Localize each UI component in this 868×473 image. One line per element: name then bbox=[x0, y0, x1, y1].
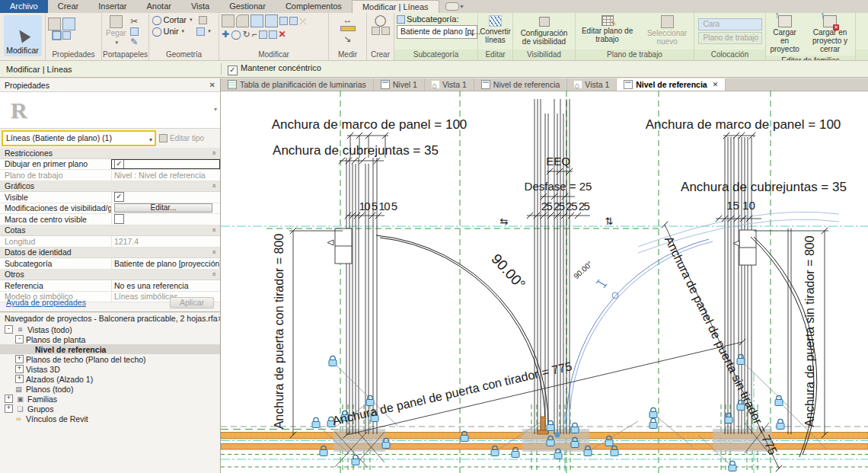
lock-icon[interactable] bbox=[547, 420, 554, 430]
create-assembly-icon[interactable] bbox=[381, 27, 390, 35]
flip-horizontal-icon[interactable]: ⇆ bbox=[500, 216, 509, 227]
match-properties-icon[interactable]: ✎ bbox=[130, 37, 138, 47]
family-types-icon[interactable] bbox=[48, 18, 61, 30]
tab-modificar-lineas[interactable]: Modificar | Líneas bbox=[352, 0, 439, 13]
tree-item-vistas-3d[interactable]: Vistas 3D bbox=[0, 364, 220, 374]
collapse-section-icon[interactable]: » bbox=[209, 151, 217, 155]
collapse-icon[interactable] bbox=[15, 335, 24, 344]
paint-icon[interactable] bbox=[196, 27, 205, 36]
properties-icon[interactable] bbox=[62, 18, 75, 30]
view-tab-nivel-referencia-active[interactable]: Nivel de referencia✕ bbox=[617, 78, 726, 91]
dim-label-door-right[interactable]: Anchura de puerta sin tirador = 800 bbox=[803, 235, 816, 427]
close-icon[interactable]: ✕ bbox=[713, 81, 719, 88]
split-with-gap-icon[interactable] bbox=[265, 14, 278, 27]
lock-icon[interactable] bbox=[382, 438, 390, 448]
measure-button[interactable]: ↔ bbox=[340, 14, 356, 31]
property-row[interactable]: Marca de centro visible bbox=[0, 214, 220, 225]
edit-workplane-button[interactable]: Editar plano de trabajo bbox=[578, 14, 637, 44]
section-cotas[interactable]: Cotas» bbox=[0, 225, 220, 237]
view-tab-vista1[interactable]: Vista 1 bbox=[425, 78, 474, 91]
dim-label-panel-left[interactable]: Anchura de panel de puerta con tirador =… bbox=[331, 360, 573, 427]
section-otros[interactable]: Otros» bbox=[0, 270, 220, 281]
rotate-icon[interactable]: ↻ bbox=[243, 29, 251, 40]
load-into-project-close-button[interactable]: Cargar en proyecto y cerrar bbox=[807, 14, 853, 54]
type-selector-dropdown[interactable]: Líneas (Batiente de plano) (1)▾ bbox=[2, 130, 156, 146]
convert-lines-button[interactable]: Convertir líneas bbox=[478, 14, 512, 45]
dim-label-small-left[interactable]: 10 5 10 5 bbox=[359, 200, 397, 213]
properties-help-link[interactable]: Ayuda de propiedades bbox=[6, 298, 86, 307]
lock-icon[interactable] bbox=[571, 423, 579, 433]
collapse-section-icon[interactable]: » bbox=[209, 273, 217, 276]
tree-item-vinculos[interactable]: ∞Vínculos de Revit bbox=[0, 414, 220, 423]
tab-complementos[interactable]: Complementos bbox=[276, 0, 352, 13]
lock-icon[interactable] bbox=[729, 461, 736, 471]
view-tab-nivel1[interactable]: Nivel 1 bbox=[374, 78, 425, 91]
dim-label-small-right[interactable]: 15 10 bbox=[726, 199, 755, 212]
lock-icon[interactable] bbox=[737, 354, 745, 364]
angle-label-black[interactable]: 90.00° bbox=[488, 251, 528, 292]
expand-icon[interactable] bbox=[15, 365, 24, 373]
tree-item-alzados[interactable]: Alzados (Alzado 1) bbox=[0, 374, 220, 384]
section-restricciones[interactable]: Restricciones» bbox=[0, 148, 220, 159]
lock-icon[interactable] bbox=[366, 395, 374, 405]
tree-item-familias[interactable]: ▣Familias bbox=[0, 394, 220, 404]
drawing-viewport[interactable]: ⇆ ⇅ Anchura de marco de panel = 100 bbox=[221, 91, 868, 473]
collapse-section-icon[interactable]: » bbox=[209, 184, 217, 188]
view-tab-vista1-b[interactable]: Vista 1 bbox=[567, 78, 617, 91]
checkbox-checked-icon[interactable] bbox=[114, 159, 124, 169]
expand-icon[interactable] bbox=[5, 404, 13, 413]
tree-item-nivel-referencia[interactable]: Nivel de referencia bbox=[0, 344, 220, 354]
collapse-icon[interactable] bbox=[5, 325, 13, 334]
tab-archivo[interactable]: Archivo bbox=[0, 0, 48, 13]
type-preview[interactable]: R ▾ bbox=[0, 91, 220, 129]
align-icon[interactable] bbox=[222, 14, 235, 27]
lock-icon[interactable] bbox=[725, 413, 732, 423]
tree-item-planos-techo[interactable]: Planos de techo (Plano del techo) bbox=[0, 354, 220, 364]
property-row[interactable]: Referencia No es una referencia bbox=[0, 280, 220, 292]
move-icon[interactable]: ✚ bbox=[222, 29, 229, 40]
properties-toggle-icon[interactable] bbox=[53, 31, 61, 40]
load-into-project-button[interactable]: Cargar en proyecto bbox=[768, 14, 801, 54]
wall-joins-icon[interactable] bbox=[199, 16, 207, 24]
keep-concentric-option[interactable]: Mantener concéntrico bbox=[228, 63, 321, 75]
create-similar-icon[interactable] bbox=[372, 27, 380, 35]
expand-icon[interactable] bbox=[5, 395, 13, 403]
unpin-icon[interactable] bbox=[289, 17, 298, 25]
lock-icon[interactable] bbox=[649, 418, 657, 428]
section-datos-identidad[interactable]: Datos de identidad» bbox=[0, 248, 220, 259]
dim-label-marco-left[interactable]: Anchura de marco de panel = 100 bbox=[272, 117, 468, 132]
delete-icon[interactable]: ⤫ bbox=[299, 16, 307, 27]
lock-icon[interactable] bbox=[352, 455, 359, 465]
tree-item-grupos[interactable]: ❏Grupos bbox=[0, 404, 220, 414]
angle-dimension-icon[interactable]: ↘ bbox=[343, 34, 351, 44]
copy-element-icon[interactable]: ◯ bbox=[231, 29, 241, 40]
offset-icon[interactable] bbox=[236, 14, 249, 27]
tab-insertar[interactable]: Insertar bbox=[88, 0, 136, 13]
ribbon-display-toggle[interactable]: ▾ bbox=[445, 0, 464, 13]
type-properties-icon[interactable] bbox=[62, 31, 71, 40]
trim-extend-icon[interactable]: ⌐ bbox=[252, 29, 257, 40]
dim-label-cubrejuntas-left[interactable]: Anchura de cubrejuntas = 35 bbox=[273, 143, 439, 158]
cut-to-clipboard-icon[interactable]: ✂ bbox=[130, 16, 138, 27]
paste-button[interactable]: Pegar▾ bbox=[104, 14, 128, 47]
property-row[interactable]: Dibujar en primer plano bbox=[0, 159, 220, 171]
flip-vertical-icon[interactable]: ⇅ bbox=[605, 216, 614, 227]
dim-label-desfase[interactable]: Desfase = 25 bbox=[525, 180, 592, 193]
tab-gestionar[interactable]: Gestionar bbox=[219, 0, 276, 13]
lock-icon[interactable] bbox=[312, 417, 320, 427]
close-icon[interactable]: ✕ bbox=[218, 315, 220, 323]
cortar-button[interactable]: ◯Cortar▾ bbox=[152, 14, 207, 25]
edit-overrides-button[interactable]: Editar... bbox=[114, 203, 212, 213]
checkbox-checked-icon[interactable] bbox=[228, 66, 238, 75]
property-row[interactable]: Visible bbox=[0, 192, 220, 203]
create-group-icon[interactable]: ◯ bbox=[375, 14, 387, 25]
property-row[interactable]: Modificaciones de visibilidad/grá... Edi… bbox=[0, 203, 220, 215]
section-graficos[interactable]: Gráficos» bbox=[0, 181, 220, 193]
drag-node[interactable] bbox=[555, 433, 560, 438]
propiedades-footer[interactable]: Propiedades bbox=[46, 50, 101, 60]
dim-label-eeq[interactable]: EEQ bbox=[546, 155, 570, 168]
view-tab-schedule[interactable]: Tabla de planificación de luminarias bbox=[221, 78, 374, 91]
expand-icon[interactable] bbox=[15, 355, 24, 363]
collapse-section-icon[interactable]: » bbox=[209, 229, 217, 232]
unir-button[interactable]: ◯Unir▾▾ bbox=[152, 26, 211, 37]
